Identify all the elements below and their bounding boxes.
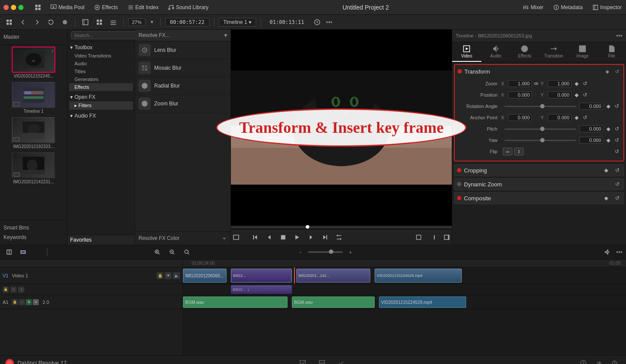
- a1-monitor[interactable]: ○: [19, 299, 25, 305]
- anchor-kf-btn[interactable]: ◆: [572, 114, 580, 121]
- vid-clip-1[interactable]: IMG20201...142...: [296, 269, 370, 283]
- nav-metadata[interactable]: Metadata: [549, 3, 587, 12]
- composite-enable-dot[interactable]: [457, 196, 461, 200]
- scrubber-thumb[interactable]: [306, 225, 309, 229]
- pos-y-value[interactable]: 0.000: [548, 91, 572, 98]
- yaw-kf-btn[interactable]: ◆: [604, 136, 612, 144]
- clip-display-btn[interactable]: [80, 18, 91, 27]
- transform-enable-dot[interactable]: [457, 69, 462, 74]
- record-btn[interactable]: [59, 18, 71, 27]
- composite-reset-btn[interactable]: ↺: [613, 194, 621, 202]
- source-btn[interactable]: [441, 232, 452, 243]
- sync-btn[interactable]: [311, 17, 323, 27]
- maximize-button[interactable]: [18, 5, 24, 10]
- composite-kf-btn[interactable]: ◆: [602, 194, 610, 202]
- prev-frame-btn[interactable]: [264, 232, 274, 243]
- transform-diamond-btn[interactable]: ◆: [603, 67, 611, 75]
- pos-reset-btn[interactable]: ↺: [581, 91, 589, 99]
- effects-search-input[interactable]: [71, 31, 137, 39]
- status-icon-1[interactable]: [297, 358, 309, 364]
- pitch-slider[interactable]: [504, 128, 576, 130]
- tl-zoom-in[interactable]: [152, 248, 163, 256]
- fullscreen-btn[interactable]: [413, 232, 424, 243]
- pitch-reset-btn[interactable]: ↺: [613, 125, 621, 133]
- tab-audio[interactable]: Audio: [481, 42, 511, 62]
- timeline-name-display[interactable]: Timeline 1 ▾: [219, 18, 256, 27]
- flip-h-btn[interactable]: ⇔: [503, 148, 512, 155]
- fx-item-mosaic-blur[interactable]: Mosaic Blur: [135, 59, 230, 77]
- nav-effects[interactable]: Effects: [90, 3, 122, 12]
- rotation-thumb[interactable]: [540, 104, 545, 108]
- fx-item-zoom-blur[interactable]: Zoom Blur: [135, 95, 230, 113]
- zoom-slider-bar[interactable]: [308, 251, 343, 253]
- filters-item[interactable]: ▸ Filters: [69, 101, 133, 110]
- a1-lock[interactable]: 🔒: [12, 299, 18, 305]
- preview-scrubber[interactable]: [231, 226, 452, 229]
- status-icon-2[interactable]: [316, 358, 328, 364]
- rotation-slider[interactable]: [504, 106, 576, 107]
- pitch-kf-btn[interactable]: ◆: [604, 125, 612, 133]
- nav-mixer[interactable]: Mixer: [518, 3, 548, 12]
- status-right-icon-3[interactable]: [609, 358, 621, 364]
- step-forward-btn[interactable]: [320, 232, 330, 243]
- yaw-slider[interactable]: [504, 140, 576, 141]
- audio-item[interactable]: Audio: [69, 60, 133, 67]
- img-clip-3[interactable]: VID20201215224529.mp4: [375, 269, 462, 283]
- zoom-link-btn[interactable]: [532, 79, 541, 88]
- tl-zoom-out[interactable]: [166, 248, 178, 256]
- transform-reset-btn[interactable]: ↺: [613, 67, 621, 75]
- status-icon-3[interactable]: [335, 358, 347, 364]
- fx-item-lens-blur[interactable]: Lens Blur: [135, 41, 230, 59]
- v1-eye2[interactable]: ○: [10, 286, 17, 293]
- zoom-kf-btn[interactable]: ◆: [572, 80, 580, 88]
- thumb-1[interactable]: [12, 82, 55, 108]
- yaw-thumb[interactable]: [540, 138, 545, 142]
- refresh-btn[interactable]: [45, 18, 57, 27]
- tl-more-btn[interactable]: •••: [616, 249, 623, 256]
- stop-btn[interactable]: [278, 232, 288, 243]
- forward-btn[interactable]: [31, 18, 43, 27]
- nav-sound-library[interactable]: Sound Library: [164, 3, 213, 12]
- loop-btn[interactable]: [334, 232, 344, 243]
- zoom-level[interactable]: 27%: [128, 18, 146, 26]
- media-item-2[interactable]: IMG202012192333...: [2, 117, 65, 149]
- inspector-more-btn[interactable]: •••: [616, 32, 623, 39]
- a1-m-btn[interactable]: M: [33, 299, 39, 305]
- v1-lock2[interactable]: 🔒: [3, 286, 9, 293]
- toolbox-header[interactable]: ▾ Toolbox: [69, 43, 133, 52]
- v1-audio2[interactable]: ♪: [18, 286, 24, 293]
- timeline-tool-3[interactable]: [31, 248, 43, 256]
- thumb-3[interactable]: [12, 152, 55, 179]
- next-frame-btn[interactable]: [306, 232, 316, 243]
- list-view-btn[interactable]: [108, 18, 119, 27]
- back-btn[interactable]: [17, 18, 29, 27]
- a1-s-btn[interactable]: S: [26, 299, 32, 305]
- v1-lock-btn[interactable]: 🔒: [156, 272, 163, 279]
- zoom-dropdown[interactable]: ▾: [148, 18, 156, 26]
- media-item-1[interactable]: Timeline 1: [2, 82, 65, 114]
- close-button[interactable]: [3, 5, 9, 10]
- dynamic-zoom-reset-btn[interactable]: ↺: [613, 180, 621, 188]
- grid-view-btn[interactable]: [94, 18, 105, 27]
- audio-fx-header[interactable]: ▾ Audio FX: [69, 111, 133, 120]
- pitch-thumb[interactable]: [540, 127, 545, 131]
- open-fx-header[interactable]: ▾ Open FX: [69, 93, 133, 101]
- nav-inspector[interactable]: Inspector: [588, 3, 626, 12]
- tab-file[interactable]: File: [597, 42, 626, 62]
- anchor-reset-btn[interactable]: ↺: [581, 114, 589, 121]
- timeline-tool-1[interactable]: [3, 248, 15, 256]
- rotation-value[interactable]: 0.000: [579, 103, 603, 110]
- tab-effects[interactable]: Effects: [510, 42, 539, 62]
- cropping-kf-btn[interactable]: ◆: [602, 166, 610, 174]
- tl-audio-btn[interactable]: [601, 247, 613, 257]
- v1-visibility-btn[interactable]: 👁: [165, 272, 172, 279]
- bgm-clip-2[interactable]: BGM.wav: [292, 297, 375, 308]
- playhead[interactable]: [294, 267, 295, 283]
- zoom-y-value[interactable]: 1.000: [548, 80, 572, 87]
- yaw-value[interactable]: 0.000: [579, 137, 603, 144]
- cropping-reset-btn[interactable]: ↺: [613, 166, 621, 174]
- v1-mute-btn[interactable]: 🔈: [173, 272, 180, 279]
- media-item-0[interactable]: ♪ VID202012152245...: [2, 47, 65, 78]
- cropping-enable-dot[interactable]: [457, 168, 461, 172]
- tab-video[interactable]: Video: [452, 42, 481, 62]
